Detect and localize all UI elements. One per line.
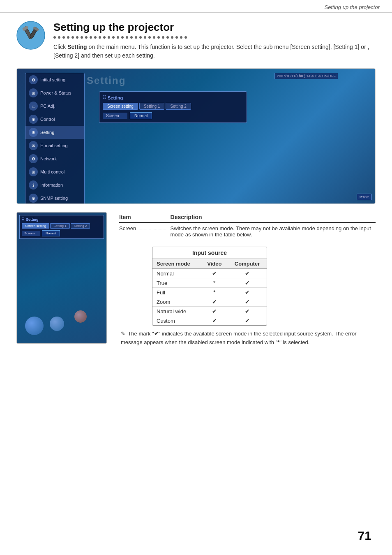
input-source-title: Input source — [152, 247, 267, 259]
sidebar-item-snmp[interactable]: ⚙ SNMP setting — [25, 192, 84, 204]
page-header: Setting up the projector — [0, 0, 392, 13]
sidebar-item-multi[interactable]: ⊞ Multi control — [25, 165, 84, 178]
row-true: True * ✔ — [152, 278, 267, 288]
title-icon — [16, 21, 45, 50]
sidebar-item-initial[interactable]: ⚙ Initial setting — [25, 73, 84, 86]
deco-sphere-2 — [50, 317, 64, 331]
osd-screen-value: Normal — [130, 112, 152, 119]
col-computer: Computer — [228, 259, 267, 269]
desc-cell-screen: Switches the screen mode. There may not … — [171, 222, 376, 240]
sidebar-item-email[interactable]: ✉ E-mail setting — [25, 139, 84, 152]
video-natural-wide: ✔ — [201, 307, 228, 316]
left-osd-label: Screen — [22, 231, 40, 236]
sidebar-icon-initial: ⚙ — [29, 75, 38, 84]
sidebar-item-control[interactable]: ⚙ Control — [25, 113, 84, 126]
osd-tab-setting2[interactable]: Setting 2 — [166, 103, 191, 110]
row-zoom: Zoom ✔ ✔ — [152, 297, 267, 307]
bottom-section: ⠿Setting Screen setting Setting 1 Settin… — [16, 212, 376, 347]
row-natural-wide: Natural wide ✔ ✔ — [152, 307, 267, 316]
sidebar-label-control: Control — [40, 117, 55, 122]
col-screen-mode: Screen mode — [152, 259, 201, 269]
sidebar-icon-power: ⊞ — [29, 88, 38, 97]
input-source-container: Input source Screen mode Video Computer … — [152, 247, 267, 326]
left-osd-tabs: Screen setting Setting 1 Setting 2 — [22, 223, 101, 229]
sidebar-label-info: Information — [40, 183, 63, 187]
left-tab-screen[interactable]: Screen setting — [22, 223, 49, 229]
mode-zoom: Zoom — [152, 297, 201, 307]
content-area: Setting up the projector Click Setting o… — [0, 13, 392, 355]
top-button[interactable]: ⟳TOP — [357, 194, 372, 200]
osd-overlay: ⚙ Initial setting ⊞ Power & Status ▭ PC … — [17, 69, 375, 204]
osd-main-title: Setting — [87, 75, 126, 86]
intro-text: Click Setting on the main menu. This fun… — [53, 43, 376, 60]
note-text: ✎ The mark "✔" indicates the available s… — [119, 330, 376, 347]
sidebar-item-setting[interactable]: ⚙ Setting — [25, 126, 84, 139]
left-tab-s2[interactable]: Setting 2 — [71, 223, 90, 229]
osd-tab-screen[interactable]: Screen setting — [103, 103, 138, 110]
sidebar-item-pc-adj[interactable]: ▭ PC Adj. — [25, 99, 84, 113]
left-osd-value: Normal — [42, 230, 60, 236]
dot-divider — [53, 36, 376, 39]
sidebar-label-power: Power & Status — [40, 90, 71, 95]
row-custom: Custom ✔ ✔ — [152, 316, 267, 326]
deco-sphere-3 — [74, 310, 87, 323]
sidebar-label-email: E-mail setting — [40, 143, 68, 148]
computer-natural-wide: ✔ — [228, 307, 267, 316]
mode-custom: Custom — [152, 316, 201, 326]
input-source-table: Screen mode Video Computer Normal ✔ ✔ Tr… — [152, 259, 267, 325]
sidebar-item-power[interactable]: ⊞ Power & Status — [25, 86, 84, 99]
osd-tab-setting1[interactable]: Setting 1 — [139, 103, 164, 110]
col-header-desc: Description — [171, 212, 376, 222]
left-osd-header: ⠿Setting — [22, 217, 101, 222]
video-custom: ✔ — [201, 316, 228, 326]
mode-true: True — [152, 278, 201, 288]
title-section: Setting up the projector Click Setting o… — [16, 21, 376, 60]
sidebar-label-initial: Initial setting — [40, 77, 65, 82]
deco-sphere-1 — [25, 317, 44, 335]
note-icon: ✎ — [121, 331, 125, 337]
sidebar-label-network: Network — [40, 156, 57, 161]
sidebar-label-snmp: SNMP setting — [40, 196, 68, 201]
left-osd-row: Screen Normal — [22, 230, 101, 236]
mode-full: Full — [152, 288, 201, 297]
table-row-screen: Screen........................ Switches … — [119, 222, 376, 240]
col-video: Video — [201, 259, 228, 269]
sidebar-icon-email: ✉ — [29, 141, 38, 150]
sidebar-label-setting: Setting — [40, 130, 54, 135]
input-source-header-row: Screen mode Video Computer — [152, 259, 267, 269]
left-tab-s1[interactable]: Setting 1 — [50, 223, 70, 229]
sidebar-label-multi: Multi control — [40, 169, 65, 174]
row-normal: Normal ✔ ✔ — [152, 269, 267, 278]
sidebar-label-pc-adj: PC Adj. — [40, 104, 55, 109]
video-zoom: ✔ — [201, 297, 228, 307]
computer-full: ✔ — [228, 288, 267, 297]
page-number: 71 — [358, 529, 371, 543]
left-osd-inner: ⠿Setting Screen setting Setting 1 Settin… — [19, 215, 104, 239]
video-normal: ✔ — [201, 269, 228, 278]
mode-natural-wide: Natural wide — [152, 307, 201, 316]
left-osd: ⠿Setting Screen setting Setting 1 Settin… — [17, 213, 106, 241]
sidebar-icon-multi: ⊞ — [29, 167, 38, 176]
row-full: Full * ✔ — [152, 288, 267, 297]
computer-true: ✔ — [228, 278, 267, 288]
item-cell-screen: Screen........................ — [119, 222, 171, 240]
sidebar-icon-pc-adj: ▭ — [29, 102, 38, 111]
computer-zoom: ✔ — [228, 297, 267, 307]
osd-setting-panel: ⠿ Setting Screen setting Setting 1 Setti… — [99, 91, 247, 123]
item-label-screen: Screen — [119, 225, 136, 231]
sidebar-icon-snmp: ⚙ — [29, 194, 38, 203]
right-content: Item Description Screen.................… — [119, 212, 376, 347]
video-full: * — [201, 288, 228, 297]
mode-normal: Normal — [152, 269, 201, 278]
osd-screen-row: Screen Normal — [103, 112, 243, 119]
sidebar-icon-control: ⚙ — [29, 115, 38, 124]
main-screenshot: ⚙ Initial setting ⊞ Power & Status ▭ PC … — [16, 68, 376, 204]
sidebar-item-info[interactable]: ℹ Information — [25, 178, 84, 192]
computer-custom: ✔ — [228, 316, 267, 326]
osd-screen-label: Screen — [103, 113, 127, 119]
sidebar-item-network[interactable]: ⚙ Network — [25, 152, 84, 165]
osd-tabs: Screen setting Setting 1 Setting 2 — [103, 103, 243, 110]
sidebar-icon-network: ⚙ — [29, 154, 38, 163]
page-title: Setting up the projector — [53, 21, 376, 34]
sidebar-icon-info: ℹ — [29, 180, 38, 190]
